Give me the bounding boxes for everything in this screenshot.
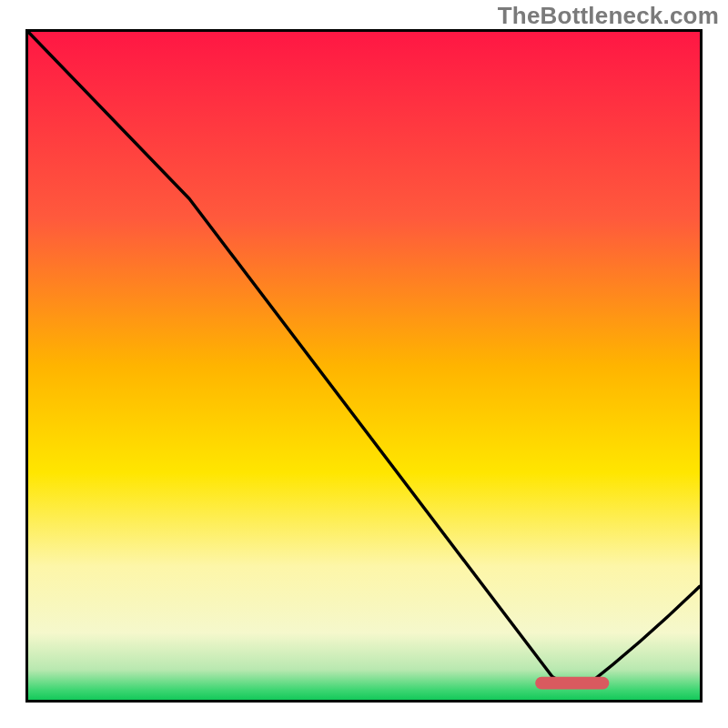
optimal-marker [535, 677, 609, 690]
chart-stage: TheBottleneck.com [0, 0, 728, 728]
watermark-text: TheBottleneck.com [498, 2, 719, 30]
plot-overlay [28, 32, 700, 700]
plot-frame [25, 29, 703, 703]
bottleneck-curve [28, 32, 700, 687]
